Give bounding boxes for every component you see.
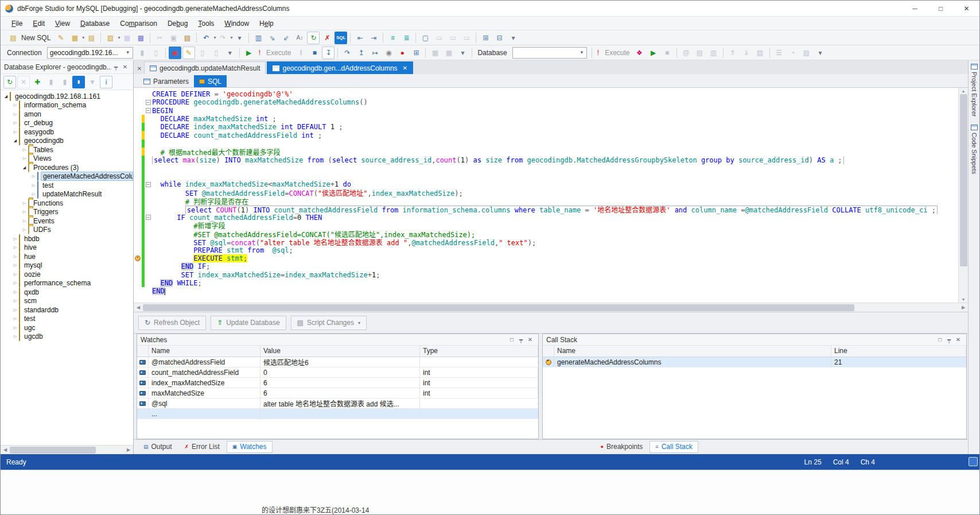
- minimize-button[interactable]: ─: [902, 1, 928, 17]
- scroll-right-icon[interactable]: ▶: [124, 447, 133, 452]
- expand-icon[interactable]: ▷: [12, 290, 18, 295]
- connection-combo[interactable]: geocodingdb.192.16...▼: [47, 47, 133, 59]
- cut-icon[interactable]: ✂: [153, 32, 166, 44]
- expand-icon[interactable]: ▷: [12, 130, 18, 134]
- breakpoint-margin[interactable]: [134, 205, 142, 213]
- tree-item[interactable]: ▷Events: [1, 216, 133, 226]
- code-line[interactable]: PREPARE stmt from @sql;: [134, 246, 958, 254]
- editor-vscrollbar[interactable]: ▲ ▼: [958, 88, 968, 303]
- restore-icon[interactable]: □: [507, 336, 516, 343]
- paste-icon[interactable]: ▤: [181, 32, 193, 44]
- expand-icon[interactable]: ▷: [12, 254, 18, 259]
- expand-icon[interactable]: ▷: [21, 219, 28, 223]
- code-line[interactable]: END WHILE;: [134, 279, 958, 287]
- breakpoint-margin[interactable]: [134, 180, 142, 188]
- indent-increase-icon[interactable]: ⇥: [367, 32, 380, 44]
- tree-item[interactable]: ▷test: [1, 181, 133, 190]
- tree-item[interactable]: ▷oozie: [1, 270, 133, 279]
- info-icon[interactable]: i: [100, 76, 112, 88]
- tree-item[interactable]: ▷cr_debug: [1, 119, 133, 128]
- tree-item[interactable]: ▷hue: [1, 252, 133, 261]
- tree-item[interactable]: ▷amon: [1, 110, 133, 119]
- editor-vscroll-thumb[interactable]: [960, 94, 967, 266]
- wizard-icon[interactable]: ▨: [800, 47, 813, 59]
- doc-summary-icon[interactable]: ▥: [707, 47, 720, 59]
- query-builder-icon[interactable]: ☰: [773, 47, 785, 59]
- new-database-icon[interactable]: ✚: [31, 76, 44, 88]
- menu-debug[interactable]: Debug: [162, 18, 193, 29]
- step-over-icon[interactable]: ↷: [341, 47, 353, 59]
- close-icon[interactable]: ✕: [954, 336, 963, 343]
- breakpoint-margin[interactable]: [134, 279, 142, 287]
- breakpoint-margin[interactable]: [134, 222, 142, 230]
- code-line[interactable]: DECLARE index_maxMatchedSize int DEFAULT…: [134, 123, 958, 131]
- edit-connection-icon[interactable]: ✎: [182, 47, 195, 59]
- filter-icon[interactable]: ▼: [86, 76, 99, 88]
- expand-icon[interactable]: ▷: [30, 192, 37, 196]
- code-line[interactable]: SET index_maxMatchedSize=index_maxMatche…: [134, 271, 958, 279]
- tree-item[interactable]: ▷ugc: [1, 323, 133, 332]
- redo-icon[interactable]: ↷: [216, 32, 229, 44]
- column-header[interactable]: Line: [831, 346, 966, 357]
- expand-icon[interactable]: ▷: [21, 210, 28, 214]
- explorer-close-icon[interactable]: ✕: [120, 64, 130, 70]
- code-line[interactable]: END IF;: [134, 262, 958, 270]
- breakpoint-margin[interactable]: [134, 140, 142, 148]
- delete-object-icon[interactable]: ✕: [17, 76, 30, 88]
- scroll-left-icon[interactable]: ◀: [1, 447, 10, 452]
- run-to-cursor-icon[interactable]: ↦: [368, 47, 381, 59]
- breakpoints-window-icon[interactable]: ◉: [382, 47, 395, 59]
- tree-item[interactable]: ◢geocodingdb: [1, 137, 133, 146]
- expand-icon[interactable]: ▷: [12, 263, 18, 268]
- collapse-icon[interactable]: ◢: [12, 138, 18, 143]
- column-header[interactable]: Type: [420, 346, 538, 357]
- column-header[interactable]: Name: [149, 346, 260, 357]
- breakpoint-margin[interactable]: [134, 148, 142, 156]
- watch-row[interactable]: @sqlalter table 地名地址整合数据源表 add 候选...: [137, 398, 538, 409]
- execute-with-settings-icon[interactable]: ▶: [647, 47, 660, 59]
- scroll-down-icon[interactable]: ▼: [962, 297, 966, 301]
- save-icon[interactable]: ▦: [120, 32, 133, 44]
- scroll-thumb[interactable]: [10, 447, 96, 454]
- stop-icon[interactable]: ■: [308, 47, 321, 59]
- document-tab[interactable]: geocodingdb.updateMatchResult: [144, 61, 266, 74]
- menu-comparison[interactable]: Comparison: [115, 18, 162, 29]
- import-data-icon[interactable]: ⇓: [740, 47, 753, 59]
- tree-item[interactable]: ◢geocodingdb.192.168.1.161: [1, 92, 133, 101]
- menu-tools[interactable]: Tools: [193, 18, 219, 29]
- tree-item[interactable]: ▷hive: [1, 243, 133, 253]
- save-all-icon[interactable]: ▩: [134, 32, 147, 44]
- uncomment-lines-icon[interactable]: ≣: [400, 32, 413, 44]
- undo-icon[interactable]: ↶: [200, 32, 212, 44]
- sql-editor[interactable]: CREATE DEFINER = 'geocodingdb'@'%'−PROCE…: [134, 88, 958, 303]
- window-split-icon[interactable]: ⊟: [493, 32, 505, 44]
- document-tab[interactable]: geocodingdb.gen...dAddressColumns✕: [267, 61, 413, 74]
- tree-item[interactable]: ▷Views: [1, 154, 133, 164]
- pivot-table-icon[interactable]: ▧: [754, 47, 767, 59]
- tree-item[interactable]: ▷qxdb: [1, 288, 133, 297]
- pin-connection-icon[interactable]: ◉: [169, 47, 181, 59]
- stop2-icon[interactable]: ■: [661, 47, 674, 59]
- refresh-object-button[interactable]: ↻Refresh Object: [138, 316, 206, 330]
- pin-icon[interactable]: ┯: [516, 336, 526, 343]
- sql-window-icon[interactable]: SQL: [335, 32, 347, 44]
- toolbar2-overflow-icon[interactable]: ▾: [814, 47, 827, 59]
- toolbar-overflow2-icon[interactable]: ▾: [507, 32, 519, 44]
- tab-code-snippets[interactable]: Code Snippets: [971, 125, 978, 174]
- add-comment-icon[interactable]: ▭: [433, 32, 445, 44]
- maximize-button[interactable]: □: [928, 1, 954, 17]
- menu-help[interactable]: Help: [254, 18, 279, 29]
- send-mail-icon[interactable]: @: [680, 47, 693, 59]
- connection-doc-icon[interactable]: ▯: [196, 47, 209, 59]
- expand-icon[interactable]: ▷: [21, 148, 28, 152]
- code-line[interactable]: −PROCEDURE geocodingdb.generateMachedAdd…: [134, 98, 958, 106]
- step-into-icon[interactable]: ↧: [322, 47, 335, 59]
- fold-collapse-icon[interactable]: −: [146, 100, 151, 105]
- tree-item[interactable]: ▷information_schema: [1, 101, 133, 110]
- edit-comment-icon[interactable]: ▭: [446, 32, 459, 44]
- disconnect-icon[interactable]: ▯: [150, 47, 162, 59]
- data-report2-icon[interactable]: ▦: [442, 47, 455, 59]
- expand-icon[interactable]: ▷: [30, 183, 37, 188]
- expand-icon[interactable]: ▷: [12, 237, 18, 241]
- clear-breakpoints-icon[interactable]: ●: [396, 47, 409, 59]
